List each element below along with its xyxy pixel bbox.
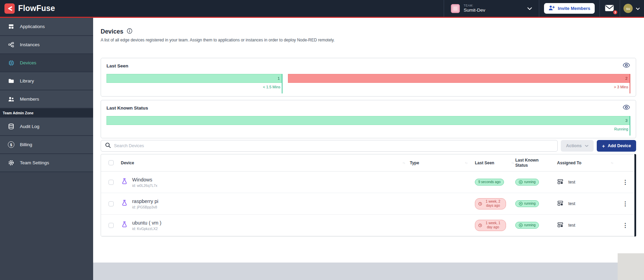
- device-name[interactable]: ubuntu ( vm ): [132, 220, 161, 226]
- col-header-last-known-status: Last Known Status: [515, 158, 543, 168]
- chevron-down-icon: [636, 5, 640, 12]
- row-menu-button[interactable]: ⋮: [622, 179, 628, 185]
- sidebar-item-library[interactable]: Library: [0, 72, 93, 90]
- flowfuse-logo-icon: [4, 3, 15, 14]
- user-menu[interactable]: su: [620, 0, 644, 17]
- sidebar-item-label: Members: [20, 97, 39, 102]
- last-seen-title: Last Seen: [106, 63, 128, 68]
- invite-members-button[interactable]: Invite Members: [544, 3, 595, 14]
- sidebar-item-label: Applications: [20, 24, 45, 29]
- notification-badge: 3: [613, 10, 618, 15]
- last-known-status-bar: 3 Running: [106, 116, 630, 125]
- last-seen-badge: 9 seconds ago: [475, 179, 504, 186]
- table-header-row: Device ↑↓ Type ↑↓ Last Seen ↑↓ Last Know…: [101, 154, 636, 171]
- assigned-to-link[interactable]: test: [568, 201, 575, 206]
- flask-icon: [121, 178, 128, 187]
- page-header: Devices: [101, 28, 636, 35]
- segment-label: < 1.5 Mins: [263, 85, 280, 89]
- top-navbar: FlowFuse TEAM: Sumit-Dev Invite Members: [0, 0, 644, 18]
- application-icon: [557, 178, 564, 186]
- notifications-button[interactable]: 3: [600, 0, 620, 17]
- sidebar-item-devices[interactable]: Devices: [0, 54, 93, 72]
- status-badge: running: [515, 200, 539, 207]
- clock-icon: [478, 224, 482, 227]
- toolbar: Actions + Add Device: [101, 140, 636, 152]
- status-badge: running: [515, 222, 539, 229]
- chevron-down-icon: [527, 5, 532, 12]
- user-plus-icon: [548, 5, 555, 12]
- assigned-to-link[interactable]: test: [568, 223, 575, 228]
- status-segment-running: 3 Running: [106, 116, 630, 125]
- last-seen-segment-stale: 2 > 3 Mins: [288, 74, 630, 83]
- page-description: A list of all edge devices registered in…: [101, 38, 636, 42]
- chip-icon: [8, 60, 15, 66]
- last-known-status-title: Last Known Status: [106, 105, 148, 111]
- device-name[interactable]: Windows: [132, 177, 157, 182]
- eye-icon[interactable]: [622, 104, 630, 112]
- status-badge: running: [515, 179, 539, 186]
- segment-value: 2: [626, 76, 628, 80]
- table-row[interactable]: ubuntu ( vm ) id: KvGpkzzLX2 1 week, 1 d…: [101, 215, 636, 236]
- page-title: Devices: [101, 28, 123, 35]
- sidebar-item-team-settings[interactable]: Team Settings: [0, 154, 93, 172]
- sidebar-item-instances[interactable]: Instances: [0, 36, 93, 54]
- running-icon: [519, 223, 523, 227]
- sort-icon[interactable]: ↑↓: [465, 161, 468, 165]
- sidebar-item-applications[interactable]: Applications: [0, 18, 93, 36]
- search-input[interactable]: [114, 143, 553, 148]
- table-row[interactable]: Windows id: w0L26q7L7x 9 seconds ago run…: [101, 171, 636, 193]
- last-seen-badge: 1 week, 1 day ago: [475, 220, 506, 231]
- device-name[interactable]: raspberry pi: [132, 199, 159, 204]
- select-all-checkbox[interactable]: [109, 160, 114, 165]
- segment-label: Running: [614, 127, 628, 131]
- scrollbar-corner: [618, 253, 644, 280]
- col-header-assigned-to: Assigned To: [557, 161, 581, 165]
- table-scrollbar[interactable]: [634, 154, 636, 237]
- row-menu-button[interactable]: ⋮: [622, 222, 628, 228]
- flask-icon: [121, 221, 128, 230]
- sort-icon[interactable]: ↑↓: [403, 161, 405, 165]
- segment-tick: [630, 74, 630, 93]
- row-checkbox[interactable]: [109, 201, 114, 206]
- gear-icon: [8, 160, 15, 166]
- sidebar-item-label: Team Settings: [20, 160, 49, 165]
- sidebar-item-audit-log[interactable]: Audit Log: [0, 118, 93, 136]
- device-id: id: KvGpkzzLX2: [132, 227, 161, 231]
- eye-icon[interactable]: [622, 62, 630, 69]
- sidebar: Applications Instances Devices Library M…: [0, 18, 93, 280]
- actions-button[interactable]: Actions: [561, 140, 594, 152]
- row-menu-button[interactable]: ⋮: [622, 201, 628, 207]
- row-checkbox[interactable]: [109, 223, 114, 228]
- sort-icon[interactable]: ↑↓: [512, 161, 514, 165]
- search-box: [101, 140, 558, 152]
- team-selector[interactable]: TEAM: Sumit-Dev: [444, 0, 539, 17]
- sidebar-item-billing[interactable]: $ Billing: [0, 136, 93, 154]
- device-id: id: w0L26q7L7x: [132, 183, 157, 188]
- clock-icon: [478, 202, 482, 206]
- segment-value: 1: [278, 76, 280, 80]
- row-checkbox[interactable]: [109, 180, 114, 185]
- sidebar-item-label: Billing: [20, 142, 32, 147]
- applications-icon: [8, 23, 15, 30]
- last-seen-badge: 1 week, 2 days ago: [475, 198, 506, 209]
- table-row[interactable]: raspberry pi id: jPG5Bpp3v8 1 week, 2 da…: [101, 193, 636, 215]
- running-icon: [519, 202, 523, 206]
- sidebar-item-label: Devices: [20, 60, 36, 65]
- team-admin-zone-header: Team Admin Zone: [0, 109, 93, 118]
- sort-icon[interactable]: ↑↓: [611, 161, 614, 165]
- plus-icon: +: [602, 143, 605, 149]
- assigned-to-link[interactable]: test: [568, 180, 575, 184]
- brand[interactable]: FlowFuse: [0, 3, 55, 14]
- last-seen-segment-recent: 1 < 1.5 Mins: [106, 74, 282, 83]
- sidebar-item-label: Instances: [20, 42, 40, 47]
- last-known-status-card: Last Known Status 3 Running: [101, 100, 636, 138]
- device-id: id: jPG5Bpp3v8: [132, 205, 159, 209]
- navbar-right: TEAM: Sumit-Dev Invite Members: [444, 0, 644, 17]
- team-avatar: [451, 4, 460, 13]
- add-device-button[interactable]: + Add Device: [597, 140, 636, 152]
- user-avatar: su: [623, 4, 633, 13]
- actions-label: Actions: [566, 143, 582, 148]
- sidebar-item-members[interactable]: Members: [0, 90, 93, 109]
- segment-tick: [282, 74, 282, 93]
- info-icon[interactable]: [127, 28, 132, 35]
